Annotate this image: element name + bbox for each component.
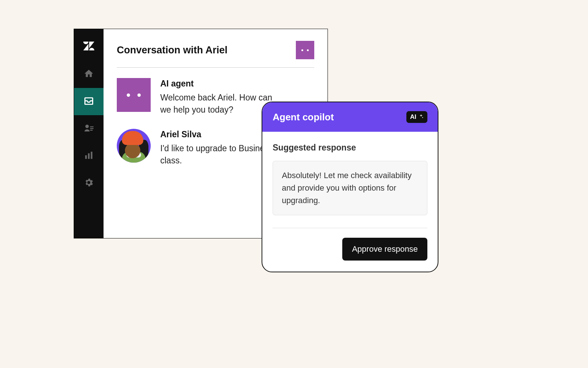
svg-point-8 (422, 117, 423, 118)
bar-chart-icon (84, 151, 94, 162)
copilot-title: Agent copilot (273, 112, 334, 123)
sidebar-item-settings[interactable] (74, 170, 104, 197)
gear-icon (84, 177, 94, 189)
svg-point-1 (85, 125, 89, 128)
inbox-icon (84, 96, 94, 107)
dot-icon (137, 93, 141, 97)
user-avatar (117, 129, 151, 163)
agent-copilot-panel: Agent copilot AI Suggested response Abso… (262, 102, 438, 272)
svg-rect-5 (85, 155, 87, 159)
message-text: I'd like to upgrade to Business class. (160, 142, 274, 167)
ai-badge: AI (406, 111, 427, 123)
suggested-response-label: Suggested response (273, 143, 427, 153)
svg-rect-6 (88, 153, 90, 159)
copilot-body: Suggested response Absolutely! Let me ch… (262, 132, 438, 228)
customers-icon (84, 123, 94, 135)
svg-rect-3 (90, 128, 94, 129)
svg-rect-7 (91, 152, 92, 159)
copilot-header: Agent copilot AI (262, 102, 438, 132)
home-icon (84, 68, 94, 80)
sidebar-item-tickets[interactable] (74, 88, 104, 115)
sidebar-logo[interactable] (74, 36, 104, 58)
ai-agent-avatar (117, 78, 151, 112)
dot-icon (301, 49, 303, 51)
sidebar-item-customers[interactable] (74, 115, 104, 142)
sidebar-item-home[interactable] (74, 61, 104, 88)
message-text: Welcome back Ariel. How can we help you … (160, 92, 274, 116)
conversation-title: Conversation with Ariel (117, 45, 228, 56)
zendesk-logo-icon (83, 42, 94, 52)
sidebar (74, 29, 104, 238)
dot-icon (307, 49, 309, 51)
message-sender: AI agent (160, 79, 274, 89)
svg-rect-4 (90, 130, 93, 131)
copilot-footer: Approve response (262, 228, 438, 272)
conversation-header: Conversation with Ariel (117, 41, 314, 68)
ai-badge-text: AI (410, 113, 416, 121)
sidebar-item-reports[interactable] (74, 142, 104, 170)
message-sender: Ariel Silva (160, 130, 274, 139)
suggested-response-text: Absolutely! Let me check availability an… (273, 161, 427, 215)
ai-agent-badge-small[interactable] (296, 41, 314, 59)
sparkle-icon (419, 113, 424, 121)
approve-response-button[interactable]: Approve response (342, 238, 427, 261)
svg-rect-2 (90, 126, 94, 127)
dot-icon (127, 93, 130, 97)
